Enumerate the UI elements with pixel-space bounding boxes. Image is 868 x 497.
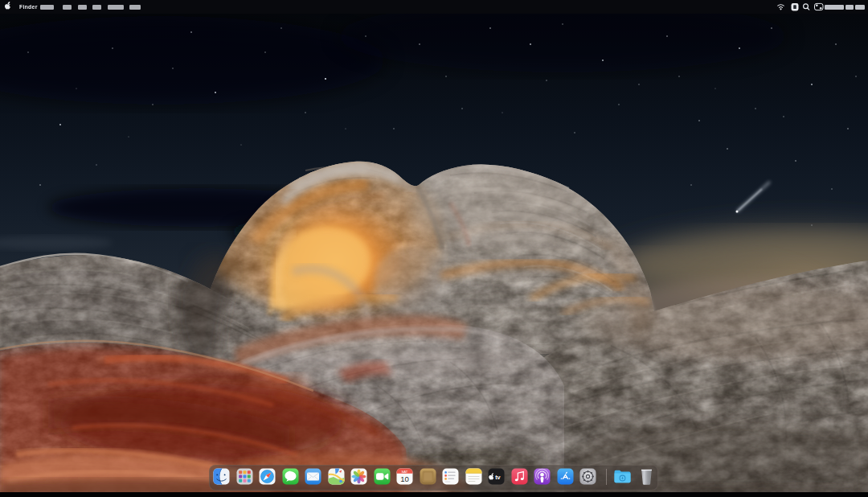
svg-text:tv: tv [495, 474, 500, 481]
svg-text:SAT: SAT [402, 470, 408, 474]
svg-text:10: 10 [400, 474, 409, 483]
